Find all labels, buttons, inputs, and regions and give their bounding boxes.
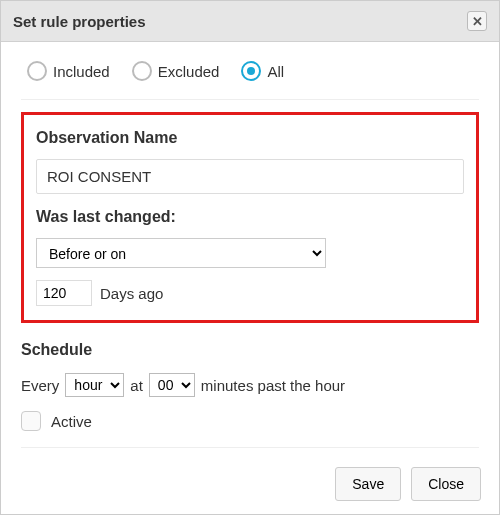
observation-highlight-box: Observation Name Was last changed: Befor…: [21, 112, 479, 323]
save-button[interactable]: Save: [335, 467, 401, 501]
radio-label: Excluded: [158, 63, 220, 80]
schedule-minute-select[interactable]: 00: [149, 373, 195, 397]
titlebar: Set rule properties ✕: [1, 1, 499, 42]
schedule-section: Schedule Every hour at 00 minutes past t…: [21, 341, 479, 448]
when-select[interactable]: Before or on: [36, 238, 326, 268]
observation-name-header: Observation Name: [36, 129, 464, 147]
active-label: Active: [51, 413, 92, 430]
radio-icon: [132, 61, 152, 81]
at-label: at: [130, 377, 143, 394]
every-label: Every: [21, 377, 59, 394]
close-icon[interactable]: ✕: [467, 11, 487, 31]
schedule-unit-select[interactable]: hour: [65, 373, 124, 397]
rule-properties-dialog: Set rule properties ✕ Included Excluded …: [0, 0, 500, 515]
schedule-header: Schedule: [21, 341, 479, 359]
was-last-changed-label: Was last changed:: [36, 208, 464, 226]
radio-all[interactable]: All: [241, 61, 284, 81]
radio-included[interactable]: Included: [27, 61, 110, 81]
dialog-footer: Save Close: [1, 454, 499, 514]
radio-label: All: [267, 63, 284, 80]
days-ago-input[interactable]: [36, 280, 92, 306]
radio-icon: [27, 61, 47, 81]
minutes-suffix: minutes past the hour: [201, 377, 345, 394]
filter-radio-group: Included Excluded All: [21, 59, 479, 100]
observation-name-input[interactable]: [36, 159, 464, 194]
scroll-area[interactable]: Included Excluded All Observation Name W…: [1, 41, 499, 454]
radio-label: Included: [53, 63, 110, 80]
close-button[interactable]: Close: [411, 467, 481, 501]
radio-excluded[interactable]: Excluded: [132, 61, 220, 81]
dialog-title: Set rule properties: [13, 13, 146, 30]
active-checkbox[interactable]: [21, 411, 41, 431]
radio-icon: [241, 61, 261, 81]
days-ago-suffix: Days ago: [100, 285, 163, 302]
dialog-body: Included Excluded All Observation Name W…: [1, 41, 499, 454]
